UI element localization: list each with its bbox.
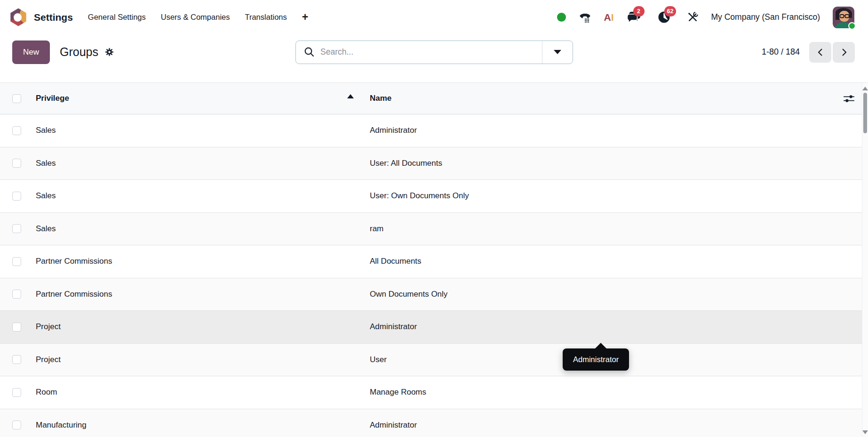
select-all-checkbox[interactable] [12,94,21,103]
name-cell[interactable]: Administrator [362,322,862,332]
table-row[interactable]: Sales ram [0,213,862,246]
name-cell[interactable]: Administrator [362,421,862,430]
privilege-cell[interactable]: Partner Commissions [31,257,362,266]
table-row[interactable]: Sales Administrator [0,114,862,147]
activities-clock-icon[interactable]: 62 [658,11,670,24]
privilege-cell[interactable]: Project [31,355,362,364]
tooltip-text: Administrator [573,355,619,364]
row-checkbox[interactable] [12,323,21,332]
app-name[interactable]: Settings [34,12,73,23]
row-checkbox[interactable] [12,159,21,168]
search-dropdown-toggle[interactable] [542,41,573,64]
name-cell[interactable]: All Documents [362,257,862,266]
name-cell[interactable]: User: All Documents [362,159,862,168]
search-input[interactable] [315,41,542,64]
row-checkbox[interactable] [12,290,21,299]
messages-chat-icon[interactable]: 2 [627,11,641,24]
sort-ascending-icon [347,94,354,98]
row-checkbox[interactable] [12,388,21,397]
odoo-logo-icon[interactable] [9,8,27,26]
name-cell[interactable]: Administrator [362,126,862,135]
menu-general-settings[interactable]: General Settings [88,13,146,22]
table-header: Privilege Name [0,83,862,114]
table-row[interactable]: Sales User: Own Documents Only [0,180,862,213]
tooltip-arrow-icon [595,343,607,349]
pager-previous-button[interactable] [809,42,831,63]
phone-icon[interactable] [579,11,591,23]
ai-icon[interactable]: AI [604,12,614,23]
privilege-cell[interactable]: Sales [31,126,362,135]
company-switcher[interactable]: My Company (San Francisco) [711,12,820,22]
table-row[interactable]: Manufacturing Administrator [0,409,862,437]
vertical-scrollbar[interactable] [862,83,868,437]
row-checkbox[interactable] [12,421,21,429]
row-checkbox[interactable] [12,224,21,233]
menu-translations[interactable]: Translations [245,13,287,22]
actions-gear-icon[interactable] [104,47,114,57]
table-row[interactable]: Room Manage Rooms [0,376,862,409]
app-menus: General Settings Users & Companies Trans… [88,12,308,23]
brand[interactable]: Settings [9,8,73,26]
avatar-online-dot [848,22,856,30]
column-header-name[interactable]: Name [362,94,835,103]
pager-next-button[interactable] [833,42,855,63]
control-panel: New Groups 1-80 / 184 [0,34,868,70]
table-row[interactable]: Project User [0,344,862,377]
messages-count-badge: 2 [633,6,645,16]
table-row[interactable]: Partner Commissions Own Documents Only [0,278,862,311]
privilege-cell[interactable]: Sales [31,224,362,234]
tooltip: Administrator [563,348,629,371]
name-cell[interactable]: Own Documents Only [362,290,862,299]
row-checkbox[interactable] [12,192,21,201]
groups-list: Privilege Name Sales Administrator Sales… [0,82,868,437]
privilege-cell[interactable]: Sales [31,191,362,201]
column-header-privilege[interactable]: Privilege [31,94,362,103]
table-row-hovered[interactable]: Project Administrator [0,311,862,344]
top-navbar: Settings General Settings Users & Compan… [0,0,868,34]
presence-status-icon[interactable] [557,13,566,22]
chevron-down-icon [554,50,561,54]
name-cell[interactable]: Manage Rooms [362,388,862,397]
user-avatar[interactable] [833,7,854,28]
plus-icon[interactable]: + [302,12,308,23]
row-checkbox[interactable] [12,126,21,135]
name-cell[interactable]: ram [362,224,862,234]
privilege-cell[interactable]: Project [31,322,362,332]
tools-icon[interactable] [687,11,699,23]
menu-users-companies[interactable]: Users & Companies [161,13,230,22]
privilege-cell[interactable]: Manufacturing [31,421,362,430]
page-title: Groups [60,45,98,59]
activities-count-badge: 62 [664,6,677,16]
name-cell[interactable]: User: Own Documents Only [362,191,862,201]
table-row[interactable]: Sales User: All Documents [0,147,862,180]
scroll-down-arrow-icon[interactable] [862,430,868,434]
search-bar[interactable] [295,40,573,64]
row-checkbox[interactable] [12,355,21,364]
optional-columns-icon[interactable] [843,93,855,105]
table-row[interactable]: Partner Commissions All Documents [0,245,862,278]
new-button[interactable]: New [12,40,50,64]
scrollbar-thumb[interactable] [863,93,867,133]
search-icon [304,47,315,57]
scroll-up-arrow-icon[interactable] [862,87,868,90]
row-checkbox[interactable] [12,257,21,266]
privilege-cell[interactable]: Sales [31,159,362,168]
pager: 1-80 / 184 [762,42,855,63]
privilege-cell[interactable]: Partner Commissions [31,290,362,299]
privilege-cell[interactable]: Room [31,388,362,397]
pager-range: 1-80 / 184 [762,47,800,57]
